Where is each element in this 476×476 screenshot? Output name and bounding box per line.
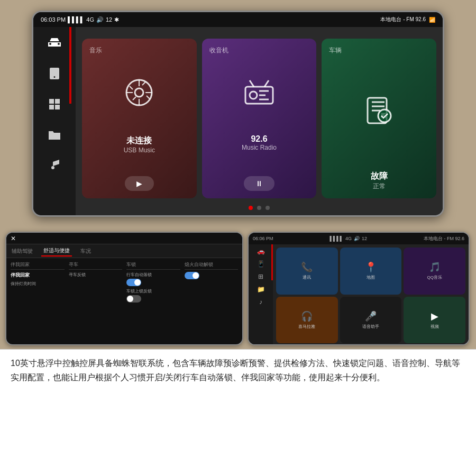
signal-bars: ▌▌▌▌ xyxy=(68,16,84,23)
music-card[interactable]: 音乐 未连接 USB Music xyxy=(82,39,197,198)
setting-find: 寻车反锁 xyxy=(69,272,123,278)
sidebar-icon-music[interactable] xyxy=(44,155,65,176)
time-display: 06:03 PM xyxy=(41,16,66,23)
rs-car-icon[interactable]: 🚗 xyxy=(257,248,265,255)
description-section: 10英寸悬浮中控触控屏具备蜘蛛智联系统，包含车辆故障预诊断预警、提供检修方法、快… xyxy=(0,349,476,476)
svg-point-7 xyxy=(250,91,257,99)
setting-home: 伴我回家 xyxy=(11,272,65,279)
radio-pause-button[interactable]: ⏸ xyxy=(244,176,274,191)
tab-status[interactable]: 车况 xyxy=(78,246,93,256)
setting-reverselock: 车锁上锁反锁 xyxy=(126,288,180,303)
card-ximalaya[interactable]: 🎧 喜马拉雅 xyxy=(276,297,338,344)
music-card-label: 音乐 xyxy=(89,46,102,55)
right-vol-icon: 🔊 xyxy=(354,236,360,241)
close-btn[interactable]: ✕ xyxy=(11,235,16,242)
left-tabs: 辅助驾驶 舒适与便捷 车况 xyxy=(6,244,242,258)
vehicle-card-icon xyxy=(363,95,395,131)
music-card-icon xyxy=(123,77,155,113)
right-time: 06:06 PM xyxy=(253,236,273,241)
svg-rect-0 xyxy=(49,99,54,104)
dot-3 xyxy=(266,206,270,210)
map-label: 地图 xyxy=(367,274,375,280)
toggle-reverselock[interactable] xyxy=(126,295,141,303)
volume-level: 12 xyxy=(106,16,112,23)
station-info: 本地电台 - FM 92.6 xyxy=(380,16,426,23)
right-vol: 12 xyxy=(362,236,367,241)
col-shutdown-title: 熄火自动解锁 xyxy=(185,261,239,270)
right-status-bar: 06:06 PM ▌▌▌▌ 4G 🔊 12 本地电台 - FM 92.6 xyxy=(249,233,469,244)
map-icon: 📍 xyxy=(365,261,377,273)
toggle-shutdown[interactable] xyxy=(185,272,199,279)
card-video[interactable]: ▶ 视频 xyxy=(404,297,465,344)
voice-icon: 🎤 xyxy=(365,310,377,322)
cards-row: 音乐 未连接 USB Music xyxy=(82,39,436,198)
rs-phone-icon[interactable]: 📱 xyxy=(257,260,265,268)
card-phone[interactable]: 📞 通讯 xyxy=(276,248,338,295)
rs-grid-icon[interactable]: ⊞ xyxy=(258,273,263,280)
right-signal: ▌▌▌▌ xyxy=(329,236,343,241)
card-map[interactable]: 📍 地图 xyxy=(340,248,402,295)
signal-icon: 📶 xyxy=(429,17,435,23)
left-body: 伴我回家 伴我回家 保持灯亮时间 寻车 寻车反锁 车锁 xyxy=(6,258,242,345)
rs-music-icon[interactable]: ♪ xyxy=(259,298,262,306)
svg-point-5 xyxy=(135,88,143,97)
music-card-title: 未连接 USB Music xyxy=(124,135,155,154)
sidebar-icon-grid[interactable] xyxy=(44,94,65,115)
radio-card[interactable]: 收音机 92.6 Music Radio xyxy=(202,39,317,198)
right-station: 本地电台 - FM 92.6 xyxy=(424,235,464,242)
toggle-autolock[interactable] xyxy=(126,279,141,286)
card-qq[interactable]: 🎵 QQ音乐 xyxy=(404,248,465,295)
voice-label: 语音助手 xyxy=(362,324,379,329)
sidebar-icon-phone[interactable] xyxy=(44,63,65,84)
svg-rect-3 xyxy=(55,105,60,109)
svg-rect-2 xyxy=(49,105,54,109)
dot-1 xyxy=(249,206,253,210)
screen-body: 音乐 未连接 USB Music xyxy=(33,27,443,217)
video-label: 视频 xyxy=(431,324,439,329)
right-sidebar: 🚗 📱 ⊞ 📁 ♪ xyxy=(249,244,273,345)
qq-label: QQ音乐 xyxy=(427,274,442,280)
right-grid: 📞 通讯 📍 地图 🎵 QQ音乐 🎧 喜马拉雅 xyxy=(273,244,469,345)
vehicle-card-info: 故障 正常 xyxy=(371,171,388,191)
vehicle-card-label: 车辆 xyxy=(329,46,342,55)
network-type: 4G xyxy=(86,16,94,23)
status-right: 本地电台 - FM 92.6 📶 xyxy=(380,16,435,23)
vehicle-card[interactable]: 车辆 故障 正常 xyxy=(322,39,436,198)
left-status-bar: ✕ xyxy=(6,233,242,244)
col-home: 伴我回家 伴我回家 保持灯亮时间 xyxy=(11,261,65,343)
radio-card-icon xyxy=(243,79,275,111)
col-find-title: 寻车 xyxy=(69,261,123,270)
left-screen[interactable]: ✕ 辅助驾驶 舒适与便捷 车况 伴我回家 伴我回家 保持灯亮时间 xyxy=(5,232,243,345)
phone-label: 通讯 xyxy=(303,274,311,280)
radio-card-info: 92.6 Music Radio xyxy=(242,134,277,151)
radio-card-label: 收音机 xyxy=(209,46,228,55)
col-lock: 车锁 行车自动落锁 车锁上锁反锁 xyxy=(126,261,180,343)
ximalaya-label: 喜马拉雅 xyxy=(298,324,315,329)
status-bar: 06:03 PM ▌▌▌▌ 4G 🔊 12 ✱ 本地电台 - FM 92.6 📶 xyxy=(33,12,443,27)
col-find: 寻车 寻车反锁 xyxy=(69,261,123,343)
ximalaya-icon: 🎧 xyxy=(301,310,313,322)
tab-assist[interactable]: 辅助驾驶 xyxy=(10,246,35,256)
right-screen[interactable]: 06:06 PM ▌▌▌▌ 4G 🔊 12 本地电台 - FM 92.6 🚗 📱… xyxy=(248,232,470,345)
description-text: 10英寸悬浮中控触控屏具备蜘蛛智联系统，包含车辆故障预诊断预警、提供检修方法、快… xyxy=(11,356,465,385)
rs-folder-icon[interactable]: 📁 xyxy=(257,286,265,293)
bottom-section: ✕ 辅助驾驶 舒适与便捷 车况 伴我回家 伴我回家 保持灯亮时间 xyxy=(0,227,476,476)
music-play-button[interactable]: ▶ xyxy=(125,176,154,191)
volume-icon: 🔊 xyxy=(96,16,104,23)
phone-icon: 📞 xyxy=(301,261,313,273)
setting-autolock: 行车自动落锁 xyxy=(126,272,180,286)
sidebar-icon-car[interactable] xyxy=(44,32,65,53)
right-body: 🚗 📱 ⊞ 📁 ♪ 📞 通讯 📍 地图 🎵 xyxy=(249,244,469,345)
bluetooth-icon: ✱ xyxy=(114,16,119,23)
qq-icon: 🎵 xyxy=(429,261,441,273)
tab-comfort[interactable]: 舒适与便捷 xyxy=(41,246,72,257)
col-home-title: 伴我回家 xyxy=(11,261,65,270)
setting-shutdown xyxy=(185,272,239,279)
col-shutdown: 熄火自动解锁 xyxy=(185,261,239,343)
main-screen[interactable]: 06:03 PM ▌▌▌▌ 4G 🔊 12 ✱ 本地电台 - FM 92.6 📶 xyxy=(32,11,444,217)
card-voice[interactable]: 🎤 语音助手 xyxy=(340,297,402,344)
video-icon: ▶ xyxy=(431,310,438,322)
screens-row: ✕ 辅助驾驶 舒适与便捷 车况 伴我回家 伴我回家 保持灯亮时间 xyxy=(0,227,476,349)
top-section: 06:03 PM ▌▌▌▌ 4G 🔊 12 ✱ 本地电台 - FM 92.6 📶 xyxy=(0,0,476,227)
sidebar-icon-folder[interactable] xyxy=(44,124,65,145)
